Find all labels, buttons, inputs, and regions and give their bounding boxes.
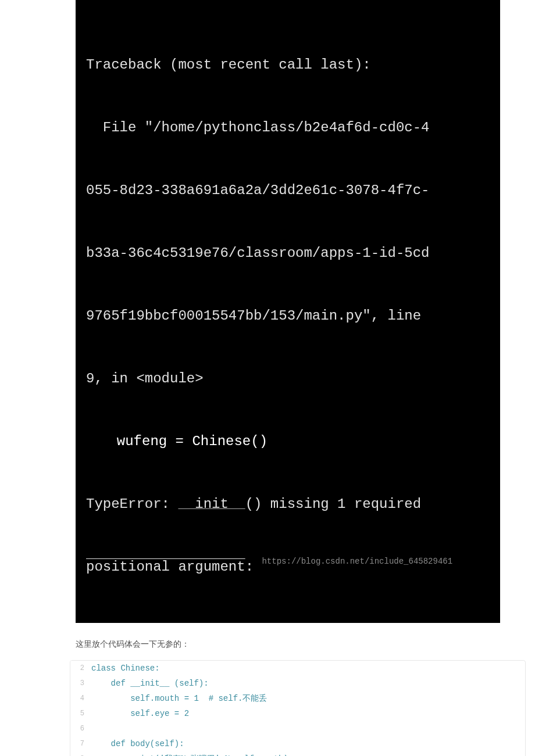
code-line: 3 def __init__ (self): (70, 676, 525, 691)
traceback-line: TypeError: init () missing 1 required (86, 494, 490, 515)
code-line: 6 (70, 721, 525, 736)
code-text: def __init__ (self): (88, 676, 525, 691)
traceback-text: : (245, 559, 262, 575)
line-number: 4 (70, 691, 88, 706)
line-number: 8 (70, 751, 88, 756)
intro-text: 这里放个代码体会一下无参的： (76, 639, 535, 650)
line-number: 5 (70, 706, 88, 721)
traceback-text: positional argument (86, 559, 245, 575)
line-number: 3 (70, 676, 88, 691)
code-text: def body(self): (88, 736, 525, 751)
code-text (88, 721, 525, 736)
code-text: self.mouth = 1 # self.不能丢 (88, 691, 525, 706)
traceback-line: 055-8d23-338a691a6a2a/3dd2e61c-3078-4f7c… (86, 180, 490, 201)
code-text: self.eye = 2 (88, 706, 525, 721)
code-text: print('我有%s张嘴巴' % self.mouth) (88, 751, 525, 756)
python-code-block: 2class Chinese: 3 def __init__ (self): 4… (70, 660, 526, 756)
code-line: 5 self.eye = 2 (70, 706, 525, 721)
watermark-text: https://blog.csdn.net/include_645829461 (262, 557, 452, 566)
traceback-text: init (178, 496, 245, 512)
code-line: 2class Chinese: (70, 661, 525, 676)
traceback-line: positional argument: https://blog.csdn.n… (86, 557, 490, 578)
traceback-text: TypeError: (86, 496, 178, 512)
traceback-text: () missing 1 required (245, 496, 421, 512)
traceback-line: wufeng = Chinese() (86, 431, 490, 452)
line-number: 2 (70, 661, 88, 676)
traceback-line: b33a-36c4c5319e76/classroom/apps-1-id-5c… (86, 243, 490, 264)
code-text: class Chinese: (88, 661, 525, 676)
code-line: 4 self.mouth = 1 # self.不能丢 (70, 691, 525, 706)
line-number: 6 (70, 721, 88, 736)
traceback-line: Traceback (most recent call last): (86, 55, 490, 76)
traceback-line: 9765f19bbcf00015547bb/153/main.py", line (86, 306, 490, 327)
code-line: 8 print('我有%s张嘴巴' % self.mouth) (70, 751, 525, 756)
line-number: 7 (70, 736, 88, 751)
code-line: 7 def body(self): (70, 736, 525, 751)
page-container: Traceback (most recent call last): File … (0, 0, 535, 756)
traceback-line: 9, in <module> (86, 368, 490, 389)
traceback-line: File "/home/pythonclass/b2e4af6d-cd0c-4 (86, 117, 490, 138)
python-traceback-block: Traceback (most recent call last): File … (76, 0, 500, 623)
